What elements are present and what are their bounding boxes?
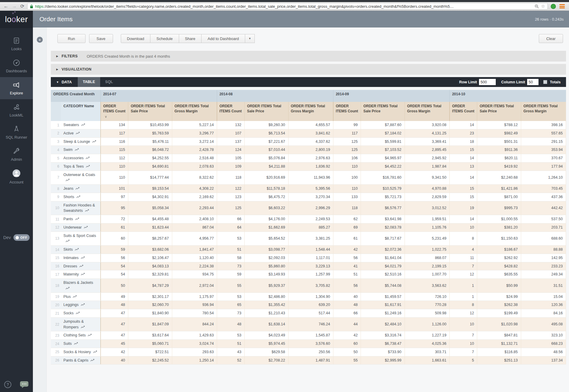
value-cell[interactable]: $9,153.54 <box>128 185 172 193</box>
value-cell[interactable]: 56 <box>100 254 128 262</box>
value-cell[interactable]: 133 <box>333 193 361 201</box>
value-cell[interactable]: 53 <box>217 331 244 340</box>
value-cell[interactable]: 58 <box>217 254 244 262</box>
value-cell[interactable]: $1,662.69 <box>245 223 288 232</box>
value-cell[interactable]: 117 <box>100 129 128 137</box>
sparkline-icon[interactable] <box>81 325 85 329</box>
value-cell[interactable]: $4,787.29 <box>128 279 172 293</box>
value-cell[interactable]: $982.49 <box>477 129 521 137</box>
value-cell[interactable]: $5,974.45 <box>245 340 288 348</box>
value-cell[interactable]: $733.90 <box>361 348 405 356</box>
value-cell[interactable]: 48 <box>100 301 128 309</box>
value-cell[interactable]: $4,455.48 <box>128 215 172 223</box>
value-cell[interactable]: 2,829.59 <box>405 193 449 201</box>
value-cell[interactable]: 1,022.75 <box>405 246 449 254</box>
tab-sql[interactable]: SQL <box>100 77 118 87</box>
value-cell[interactable]: $262.92 <box>477 254 521 262</box>
value-cell[interactable]: 31.51 <box>521 279 566 293</box>
value-cell[interactable]: $186.67 <box>477 246 521 254</box>
value-cell[interactable]: 2,945.92 <box>405 154 449 163</box>
value-cell[interactable]: 3,563.62 <box>405 279 449 293</box>
value-cell[interactable]: $2,301.17 <box>128 293 172 301</box>
value-cell[interactable]: $1,623.44 <box>128 223 172 232</box>
value-cell[interactable]: $199.49 <box>477 309 521 318</box>
value-cell[interactable]: 442.42 <box>521 201 566 215</box>
value-cell[interactable]: 48 <box>333 301 361 309</box>
value-cell[interactable]: 3,576.60 <box>288 340 333 348</box>
value-cell[interactable]: 47 <box>100 331 128 340</box>
value-cell[interactable]: $6,475.72 <box>245 193 288 201</box>
measure-header[interactable]: ORDER ITEMS Count <box>217 102 244 121</box>
value-cell[interactable]: $995.73 <box>477 201 521 215</box>
value-cell[interactable]: $635.55 <box>477 270 521 279</box>
value-cell[interactable]: $911.36 <box>477 146 521 154</box>
sparkline-icon[interactable] <box>76 195 81 198</box>
value-cell[interactable]: $1,020.98 <box>477 317 521 331</box>
expand-triangle-icon[interactable]: ▶ <box>56 68 58 71</box>
value-cell[interactable]: 137 <box>217 137 244 146</box>
value-cell[interactable]: $2,245.52 <box>128 356 172 365</box>
value-cell[interactable]: $2,995.99 <box>361 356 405 365</box>
sparkline-icon[interactable] <box>90 359 95 362</box>
value-cell[interactable]: 10 <box>449 317 477 331</box>
download-button[interactable]: Download <box>121 34 151 43</box>
value-cell[interactable]: $1,840.90 <box>128 309 172 318</box>
value-cell[interactable]: 1,429.63 <box>172 331 217 340</box>
value-cell[interactable]: $5,744.08 <box>361 279 405 293</box>
value-cell[interactable]: $116.85 <box>477 348 521 356</box>
value-cell[interactable]: 116 <box>100 137 128 146</box>
sparkline-icon[interactable] <box>79 264 84 268</box>
value-cell[interactable]: $7,887.60 <box>361 121 405 129</box>
sparkline-icon[interactable] <box>86 165 90 168</box>
value-cell[interactable]: 110 <box>333 162 361 171</box>
value-cell[interactable]: 61 <box>333 232 361 246</box>
value-cell[interactable]: 250.56 <box>288 348 333 356</box>
add-to-dashboard-button[interactable]: Add to Dashboard <box>202 34 245 43</box>
sparkline-icon[interactable] <box>75 217 80 220</box>
value-cell[interactable]: 1,959.51 <box>405 215 449 223</box>
help-icon[interactable]: ? <box>4 381 11 388</box>
value-cell[interactable]: $4,021.79 <box>361 262 405 270</box>
value-cell[interactable]: $629.58 <box>245 348 288 356</box>
value-cell[interactable]: 934.75 <box>172 270 217 279</box>
value-cell[interactable]: $3,316.74 <box>361 331 405 340</box>
value-cell[interactable]: 14 <box>449 215 477 223</box>
value-cell[interactable]: 43 <box>217 348 244 356</box>
value-cell[interactable]: 8 <box>449 232 477 246</box>
value-cell[interactable]: 47 <box>100 309 128 318</box>
value-cell[interactable]: 1,250.14 <box>172 356 217 365</box>
measure-header[interactable]: ORDER ITEMS Total Sale Price <box>128 102 172 121</box>
value-cell[interactable]: 12 <box>449 270 477 279</box>
value-cell[interactable]: 42 <box>100 348 128 356</box>
value-cell[interactable]: $2,240.68 <box>477 171 521 185</box>
value-cell[interactable]: 517.44 <box>288 309 333 318</box>
value-cell[interactable]: 2,976.63 <box>288 154 333 163</box>
value-cell[interactable]: 110 <box>333 185 361 193</box>
value-cell[interactable]: $1,210.43 <box>245 309 288 318</box>
measure-header[interactable]: ORDER ITEMS Total Sale Price <box>245 102 288 121</box>
value-cell[interactable]: 1 <box>449 293 477 301</box>
value-cell[interactable]: 47 <box>100 317 128 331</box>
value-cell[interactable]: $7,010.44 <box>245 146 288 154</box>
value-cell[interactable]: 62 <box>333 215 361 223</box>
sparkline-icon[interactable] <box>76 131 80 135</box>
sparkline-icon[interactable] <box>75 148 79 151</box>
value-cell[interactable]: 50 <box>333 348 361 356</box>
url-text[interactable]: https://demo.looker.com/explore/thelook/… <box>35 4 532 9</box>
value-cell[interactable]: $428.82 <box>477 262 521 270</box>
value-cell[interactable]: $1,421.86 <box>477 185 521 193</box>
value-cell[interactable]: 303.71 <box>405 348 449 356</box>
value-cell[interactable]: 867.04 <box>172 223 217 232</box>
pivot-value-2014-10[interactable]: 2014-10 <box>449 90 566 102</box>
value-cell[interactable]: $501.31 <box>477 137 521 146</box>
value-cell[interactable]: 2,800.19 <box>288 146 333 154</box>
value-cell[interactable]: $5,476.11 <box>128 137 172 146</box>
value-cell[interactable]: 42 <box>333 246 361 254</box>
sparkline-icon[interactable] <box>75 187 80 190</box>
value-cell[interactable]: 100 <box>333 171 361 185</box>
value-cell[interactable]: 55 <box>333 356 361 365</box>
sidebar-item-admin[interactable]: Admin <box>0 143 33 166</box>
value-cell[interactable]: $3,682.06 <box>128 246 172 254</box>
pivot-value-2014-09[interactable]: 2014-09 <box>333 90 449 102</box>
value-cell[interactable]: $3,641.98 <box>361 215 405 223</box>
